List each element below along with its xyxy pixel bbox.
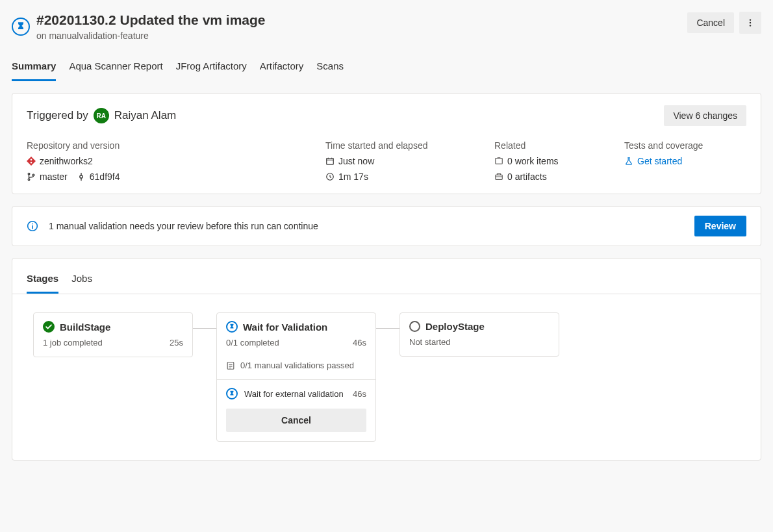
tab-scans[interactable]: Scans bbox=[316, 57, 344, 81]
calendar-icon bbox=[325, 157, 335, 166]
tab-summary[interactable]: Summary bbox=[12, 57, 56, 81]
svg-point-6 bbox=[80, 175, 82, 178]
related-column: Related 0 work items 0 artifacts bbox=[494, 140, 585, 182]
commit-row[interactable]: 61df9f4 bbox=[77, 171, 120, 182]
stages-body: BuildStage 1 job completed 25s Wait for … bbox=[12, 294, 761, 460]
repo-heading: Repository and version bbox=[27, 140, 286, 151]
review-text: 1 manual validation needs your review be… bbox=[49, 221, 318, 231]
stage-deploystage[interactable]: DeployStage Not started bbox=[399, 312, 559, 357]
more-menu-button[interactable] bbox=[739, 12, 761, 34]
view-changes-button[interactable]: View 6 changes bbox=[664, 105, 746, 126]
artifacts-row[interactable]: 0 artifacts bbox=[494, 171, 585, 182]
repo-column: Repository and version zenithworks2 mast… bbox=[27, 140, 286, 182]
review-banner: 1 manual validation needs your review be… bbox=[12, 206, 761, 246]
branch-row[interactable]: master bbox=[27, 171, 68, 182]
page-title: #20201130.2 Updated the vm image bbox=[36, 12, 266, 28]
time-started-row: Just now bbox=[325, 156, 455, 166]
clock-icon bbox=[325, 172, 335, 181]
tab-jfrog[interactable]: JFrog Artifactory bbox=[176, 57, 247, 81]
stage-sub: 1 job completed bbox=[43, 338, 103, 348]
cancel-button[interactable]: Cancel bbox=[687, 12, 734, 33]
title-row: #20201130.2 Updated the vm image on manu… bbox=[12, 12, 266, 41]
stage-title: DeployStage bbox=[425, 321, 485, 332]
branch-icon bbox=[27, 172, 36, 181]
tab-stages[interactable]: Stages bbox=[27, 269, 58, 294]
branch-subtitle[interactable]: on manualvalidation-feature bbox=[36, 31, 266, 41]
related-heading: Related bbox=[494, 140, 585, 151]
stage-buildstage[interactable]: BuildStage 1 job completed 25s bbox=[33, 312, 193, 357]
waiting-icon bbox=[226, 321, 238, 333]
stage-time: 46s bbox=[353, 338, 366, 348]
time-heading: Time started and elapsed bbox=[325, 140, 455, 151]
waiting-icon bbox=[226, 388, 238, 399]
triggered-by: Triggered by RA Raiyan Alam bbox=[27, 108, 176, 123]
stage-cancel-button[interactable]: Cancel bbox=[226, 409, 366, 432]
checklist-icon bbox=[226, 361, 235, 370]
repo-name-row[interactable]: zenithworks2 bbox=[27, 156, 286, 166]
work-items-row[interactable]: 0 work items bbox=[494, 156, 585, 166]
svg-rect-10 bbox=[496, 175, 503, 180]
svg-point-5 bbox=[32, 174, 34, 176]
time-column: Time started and elapsed Just now 1m 17s bbox=[325, 140, 455, 182]
stage-connector bbox=[193, 328, 216, 329]
stage-title: Wait for Validation bbox=[243, 322, 327, 333]
triggered-user[interactable]: Raiyan Alam bbox=[114, 109, 176, 122]
page-header: #20201130.2 Updated the vm image on manu… bbox=[12, 12, 761, 41]
job-row[interactable]: Wait for external validation 46s bbox=[217, 380, 375, 403]
stage-wait-validation[interactable]: Wait for Validation 0/1 completed 46s 0/… bbox=[216, 312, 376, 442]
stages-tabs: Stages Jobs bbox=[12, 259, 761, 294]
success-icon bbox=[43, 321, 55, 333]
header-actions: Cancel bbox=[687, 12, 761, 34]
stage-time: 25s bbox=[170, 338, 183, 348]
stage-sub: Not started bbox=[409, 337, 451, 347]
more-vertical-icon bbox=[746, 18, 755, 27]
avatar: RA bbox=[94, 108, 109, 123]
stage-sub: 0/1 completed bbox=[226, 338, 279, 348]
summary-card: Triggered by RA Raiyan Alam View 6 chang… bbox=[12, 93, 761, 194]
tests-get-started[interactable]: Get started bbox=[624, 156, 715, 166]
time-elapsed-row: 1m 17s bbox=[325, 171, 455, 182]
svg-point-2 bbox=[750, 25, 751, 26]
job-name: Wait for external validation bbox=[244, 389, 344, 399]
status-waiting-icon bbox=[12, 18, 30, 36]
svg-point-0 bbox=[750, 19, 751, 20]
tab-artifactory[interactable]: Artifactory bbox=[260, 57, 304, 81]
work-item-icon bbox=[494, 157, 503, 166]
stage-info-text: 0/1 manual validations passed bbox=[240, 361, 354, 370]
stage-title: BuildStage bbox=[60, 322, 110, 333]
tab-aqua-scanner[interactable]: Aqua Scanner Report bbox=[69, 57, 162, 81]
beaker-icon bbox=[624, 157, 633, 166]
svg-rect-9 bbox=[496, 158, 503, 164]
artifact-icon bbox=[494, 172, 503, 181]
tests-column: Tests and coverage Get started bbox=[624, 140, 715, 182]
main-tabs: Summary Aqua Scanner Report JFrog Artifa… bbox=[12, 57, 761, 81]
svg-point-4 bbox=[28, 179, 30, 181]
job-time: 46s bbox=[353, 389, 366, 399]
commit-icon bbox=[77, 172, 86, 181]
not-started-icon bbox=[409, 321, 420, 332]
review-button[interactable]: Review bbox=[694, 216, 746, 236]
stages-card: Stages Jobs BuildStage 1 job completed 2… bbox=[12, 258, 761, 461]
info-icon bbox=[27, 220, 38, 232]
tests-heading: Tests and coverage bbox=[624, 140, 715, 151]
tab-jobs[interactable]: Jobs bbox=[71, 269, 92, 294]
triggered-prefix: Triggered by bbox=[27, 109, 88, 122]
stage-connector bbox=[376, 328, 399, 329]
svg-rect-7 bbox=[327, 158, 334, 165]
svg-point-3 bbox=[28, 173, 30, 175]
git-repo-icon bbox=[27, 157, 36, 166]
svg-point-1 bbox=[750, 22, 751, 23]
